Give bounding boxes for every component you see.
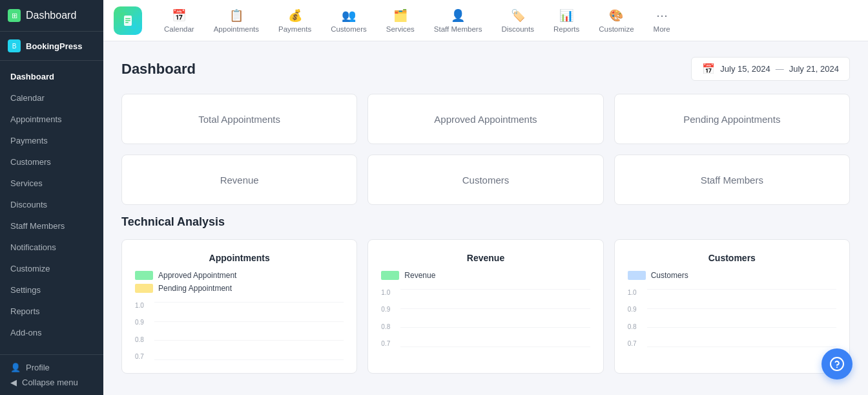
revenue-legend: Revenue <box>381 271 590 280</box>
svg-rect-2 <box>125 18 130 19</box>
profile-label: Profile <box>26 363 50 372</box>
legend-revenue: Revenue <box>381 271 590 280</box>
stat-label-approved: Approved Appointments <box>434 114 537 125</box>
appointments-chart-card: Appointments Approved Appointment Pendin… <box>121 239 357 374</box>
appointments-y-axis: 1.0 0.9 0.8 0.7 <box>135 302 153 360</box>
discounts-label: Discounts <box>501 25 534 33</box>
stat-label-pending: Pending Appointments <box>683 114 780 125</box>
legend-label-customers: Customers <box>651 271 688 280</box>
legend-label-revenue: Revenue <box>404 271 435 280</box>
stats-grid: Total Appointments Approved Appointments… <box>121 94 850 205</box>
stat-approved-appointments[interactable]: Approved Appointments <box>367 94 603 144</box>
collapse-icon: ◀ <box>10 378 17 387</box>
discounts-icon: 🏷️ <box>511 8 525 23</box>
sidebar-item-services[interactable]: Services <box>0 173 103 194</box>
stat-label-staff: Staff Members <box>701 175 763 186</box>
svg-point-6 <box>836 367 838 368</box>
date-to: July 21, 2024 <box>789 64 839 74</box>
profile-link[interactable]: 👤 Profile <box>10 363 93 372</box>
top-nav-item-customize[interactable]: 🎨Customize <box>590 3 643 38</box>
sidebar-app-header: ⊞ Dashboard <box>0 0 103 32</box>
profile-icon: 👤 <box>10 363 21 372</box>
legend-approved: Approved Appointment <box>135 271 344 280</box>
top-nav-item-payments[interactable]: 💰Payments <box>269 3 320 38</box>
stat-label-customers: Customers <box>462 175 510 186</box>
customers-chart-area: 1.0 0.9 0.8 0.7 <box>628 289 836 347</box>
customers-chart-card: Customers Customers 1.0 0.9 0.8 0.7 <box>614 239 850 374</box>
legend-customers: Customers <box>628 271 836 280</box>
top-nav-item-discounts[interactable]: 🏷️Discounts <box>492 3 543 38</box>
customize-icon: 🎨 <box>609 8 623 23</box>
collapse-label: Collapse menu <box>22 378 78 387</box>
date-from: July 15, 2024 <box>720 64 770 74</box>
dashboard-header: Dashboard 📅 July 15, 2024 — July 21, 202… <box>121 57 850 81</box>
sidebar-item-dashboard[interactable]: Dashboard <box>0 66 103 87</box>
payments-icon: 💰 <box>288 8 302 23</box>
main-content: 📅Calendar📋Appointments💰Payments👥Customer… <box>103 0 868 395</box>
top-nav-item-calendar[interactable]: 📅Calendar <box>155 3 203 38</box>
appointments-icon: 📋 <box>229 8 243 23</box>
reports-label: Reports <box>553 25 579 33</box>
top-nav-item-customers[interactable]: 👥Customers <box>322 3 376 38</box>
calendar-icon: 📅 <box>702 63 715 75</box>
content-area: Dashboard 📅 July 15, 2024 — July 21, 202… <box>103 41 868 395</box>
more-label: More <box>654 25 670 33</box>
sidebar-nav: DashboardCalendarAppointmentsPaymentsCus… <box>0 61 103 354</box>
staff-members-icon: 👤 <box>451 8 465 23</box>
services-label: Services <box>386 25 415 33</box>
top-nav-item-staff-members[interactable]: 👤Staff Members <box>425 3 491 38</box>
charts-grid: Appointments Approved Appointment Pendin… <box>121 239 850 374</box>
sidebar-brand[interactable]: B BookingPress <box>0 32 103 61</box>
sidebar-item-appointments[interactable]: Appointments <box>0 109 103 130</box>
legend-color-approved <box>135 271 153 280</box>
stat-label-revenue: Revenue <box>220 175 259 186</box>
sidebar-item-notifications[interactable]: Notifications <box>0 237 103 258</box>
stat-revenue[interactable]: Revenue <box>121 155 357 205</box>
sidebar-item-staff-members[interactable]: Staff Members <box>0 215 103 237</box>
collapse-menu-button[interactable]: ◀ Collapse menu <box>10 378 93 387</box>
stat-customers[interactable]: Customers <box>367 155 603 205</box>
revenue-chart-lines <box>400 289 590 347</box>
sidebar-item-add-ons[interactable]: Add-ons <box>0 322 103 343</box>
sidebar-item-calendar[interactable]: Calendar <box>0 87 103 109</box>
top-nav-item-services[interactable]: 🗂️Services <box>377 3 424 38</box>
payments-label: Payments <box>278 25 311 33</box>
brand-name: BookingPress <box>26 41 82 51</box>
legend-color-revenue <box>381 271 399 280</box>
legend-label-pending: Pending Appointment <box>158 284 232 293</box>
top-nav-item-appointments[interactable]: 📋Appointments <box>205 3 268 38</box>
staff-members-label: Staff Members <box>434 25 482 33</box>
stat-total-appointments[interactable]: Total Appointments <box>121 94 357 144</box>
calendar-label: Calendar <box>164 25 194 33</box>
svg-point-5 <box>831 358 843 370</box>
top-nav-item-more[interactable]: ⋯More <box>645 3 679 38</box>
appointments-chart-lines <box>154 302 344 360</box>
sidebar-item-reports[interactable]: Reports <box>0 301 103 322</box>
appointments-chart-area: 1.0 0.9 0.8 0.7 <box>135 302 344 360</box>
date-range-picker[interactable]: 📅 July 15, 2024 — July 21, 2024 <box>691 57 850 81</box>
legend-pending: Pending Appointment <box>135 284 344 293</box>
customers-chart-lines <box>647 289 836 347</box>
revenue-chart-area: 1.0 0.9 0.8 0.7 <box>381 289 590 347</box>
legend-color-customers <box>628 271 646 280</box>
app-title: Dashboard <box>26 10 76 21</box>
stat-staff-members[interactable]: Staff Members <box>614 155 850 205</box>
appointments-label: Appointments <box>214 25 259 33</box>
top-nav-logo <box>114 6 142 35</box>
sidebar-item-customize[interactable]: Customize <box>0 258 103 279</box>
services-icon: 🗂️ <box>393 8 408 23</box>
stat-pending-appointments[interactable]: Pending Appointments <box>614 94 850 144</box>
customize-label: Customize <box>599 25 634 33</box>
help-fab[interactable] <box>822 348 852 379</box>
sidebar-item-settings[interactable]: Settings <box>0 279 103 301</box>
revenue-chart-title: Revenue <box>381 253 590 263</box>
top-nav-item-reports[interactable]: 📊Reports <box>544 3 588 38</box>
sidebar-item-discounts[interactable]: Discounts <box>0 194 103 215</box>
appointments-legend: Approved Appointment Pending Appointment <box>135 271 344 293</box>
sidebar-item-payments[interactable]: Payments <box>0 130 103 151</box>
sidebar-item-customers[interactable]: Customers <box>0 151 103 173</box>
appointments-chart-title: Appointments <box>135 253 344 263</box>
technical-analysis-title: Technical Analysis <box>121 215 850 229</box>
customers-label: Customers <box>331 25 367 33</box>
calendar-icon: 📅 <box>172 8 186 23</box>
